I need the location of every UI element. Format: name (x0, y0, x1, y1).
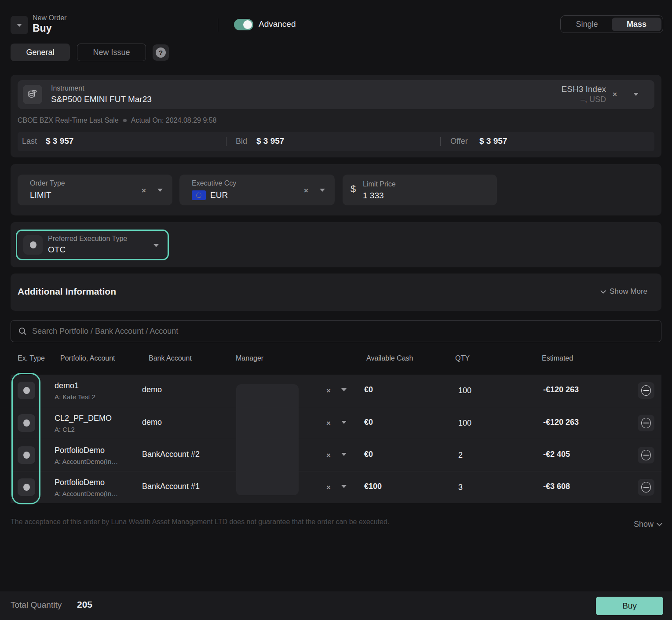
tab-general[interactable]: General (11, 44, 70, 61)
dot-icon (23, 452, 30, 459)
search-bar[interactable] (11, 320, 661, 342)
mode-mass-button[interactable]: Mass (612, 18, 661, 31)
col-bank-account: Bank Account (149, 354, 192, 362)
ex-type-button[interactable] (18, 446, 35, 464)
executive-ccy-field[interactable]: Executive Ccy EUR × (179, 175, 335, 205)
table-row[interactable]: PortfolioDemo A: AccountDemo(In… BankAcc… (11, 471, 661, 503)
qty-value[interactable]: 100 (458, 419, 471, 428)
buy-button[interactable]: Buy (596, 597, 663, 615)
mode-segmented-control: Single Mass (560, 15, 663, 33)
available-cash: €100 (364, 482, 382, 491)
show-more-button[interactable]: Show More (601, 287, 647, 296)
col-manager: Manager (236, 354, 263, 362)
table-row[interactable]: demo1 A: Kate Test 2 demo × €0 100 -€120… (11, 375, 661, 407)
chevron-down-icon (600, 288, 606, 294)
total-quantity-value: 205 (77, 599, 92, 610)
last-label: Last (22, 137, 37, 146)
offer-label: Offer (450, 137, 468, 146)
limit-price-field[interactable]: $ Limit Price 1 333 (343, 175, 497, 205)
manager-clear-icon[interactable]: × (326, 419, 331, 427)
instrument-field[interactable]: Instrument S&P500 EMINI FUT Mar23 ESH3 I… (18, 80, 654, 109)
account-name: A: AccountDemo(In… (55, 490, 118, 497)
tab-new-issue[interactable]: New Issue (77, 44, 146, 61)
instrument-ticker-sub: –, USD (581, 95, 606, 104)
dollar-icon: $ (351, 183, 356, 195)
col-ex-type: Ex. Type (18, 354, 45, 362)
estimated-value: -€2 405 (543, 450, 570, 459)
qty-value[interactable]: 100 (458, 386, 471, 395)
instrument-icon (23, 85, 42, 104)
remove-row-button[interactable] (638, 447, 654, 463)
manager-dropdown-icon[interactable] (341, 453, 347, 456)
instrument-clear-icon[interactable]: × (613, 91, 617, 98)
col-qty: QTY (455, 354, 470, 362)
chevron-down-icon (657, 521, 662, 526)
available-cash: €0 (364, 450, 373, 459)
order-type-clear-icon[interactable]: × (142, 187, 146, 194)
executive-ccy-clear-icon[interactable]: × (304, 187, 308, 194)
quote-divider (440, 137, 441, 146)
quote-divider (226, 137, 226, 146)
instrument-ticker: ESH3 Index (562, 84, 606, 94)
instrument-label: Instrument (51, 84, 84, 92)
total-quantity-label: Total Quantity (11, 600, 62, 610)
quote-bar: Last $ 3 957 Bid $ 3 957 Offer $ 3 957 (18, 132, 654, 151)
manager-clear-icon[interactable]: × (326, 452, 331, 459)
dot-icon (23, 387, 30, 394)
bid-label: Bid (236, 137, 247, 146)
estimated-value: -€3 608 (543, 482, 570, 491)
ex-type-button[interactable] (18, 382, 35, 399)
remove-row-button[interactable] (638, 382, 654, 399)
order-side-value: Buy (33, 22, 51, 34)
mode-single-button[interactable]: Single (562, 20, 612, 29)
table-header: Ex. Type Portfolio, Account Bank Account… (11, 354, 661, 365)
preferred-execution-section: Preferred Execution Type OTC (11, 222, 661, 267)
table-row[interactable]: CL2_PF_DEMO A: CL2 demo × €0 100 -€120 2… (11, 407, 661, 439)
manager-clear-icon[interactable]: × (326, 387, 331, 394)
col-portfolio-account: Portfolio, Account (60, 354, 115, 362)
portfolio-name: CL2_PF_DEMO (55, 414, 112, 423)
order-type-dropdown-icon[interactable] (157, 189, 163, 192)
instrument-dropdown-icon[interactable] (633, 93, 639, 96)
last-value: $ 3 957 (46, 136, 73, 146)
show-label: Show (634, 520, 654, 529)
preferred-execution-field[interactable]: Preferred Execution Type OTC (16, 230, 169, 260)
account-name: A: Kate Test 2 (55, 393, 95, 401)
executive-ccy-dropdown-icon[interactable] (320, 189, 325, 192)
manager-dropdown-icon[interactable] (341, 388, 347, 391)
remove-row-button[interactable] (638, 479, 654, 496)
preferred-execution-dropdown-icon[interactable] (153, 244, 159, 247)
search-input[interactable] (32, 327, 654, 336)
coins-icon (27, 89, 38, 100)
manager-clear-icon[interactable]: × (326, 484, 331, 491)
manager-dropdown-icon[interactable] (341, 421, 347, 424)
bid-value: $ 3 957 (256, 136, 284, 146)
portfolio-name: PortfolioDemo (55, 446, 105, 455)
additional-info-section: Additional Information Show More (11, 274, 661, 311)
disclaimer-text: The acceptance of this order by Luna Wea… (11, 518, 389, 526)
order-params-section: Order Type LIMIT × Executive Ccy EUR × $… (11, 164, 661, 215)
ex-type-button[interactable] (18, 478, 35, 496)
order-side-dropdown-button[interactable] (11, 16, 28, 34)
search-icon (18, 327, 27, 336)
feed-name: CBOE BZX Real-Time Last Sale (18, 117, 119, 124)
help-button[interactable]: ? (153, 44, 169, 61)
qty-value[interactable]: 3 (458, 483, 463, 492)
offer-value: $ 3 957 (479, 136, 507, 146)
advanced-toggle[interactable] (234, 19, 253, 30)
show-button[interactable]: Show (634, 520, 661, 529)
ex-type-button[interactable] (18, 414, 35, 432)
manager-dropdown-icon[interactable] (341, 485, 347, 488)
instrument-name: S&P500 EMINI FUT Mar23 (51, 95, 152, 104)
bank-account: BankAccount #1 (142, 482, 200, 491)
qty-value[interactable]: 2 (458, 451, 463, 460)
new-order-window: New Order Buy Advanced Single Mass Gener… (0, 0, 672, 620)
instrument-section: Instrument S&P500 EMINI FUT Mar23 ESH3 I… (11, 75, 661, 157)
portfolio-name: PortfolioDemo (55, 478, 105, 487)
minus-circle-icon (641, 482, 651, 492)
col-available-cash: Available Cash (366, 354, 413, 362)
table-row[interactable]: PortfolioDemo A: AccountDemo(In… BankAcc… (11, 439, 661, 471)
advanced-label: Advanced (259, 19, 296, 29)
order-type-field[interactable]: Order Type LIMIT × (18, 175, 172, 205)
remove-row-button[interactable] (638, 415, 654, 431)
